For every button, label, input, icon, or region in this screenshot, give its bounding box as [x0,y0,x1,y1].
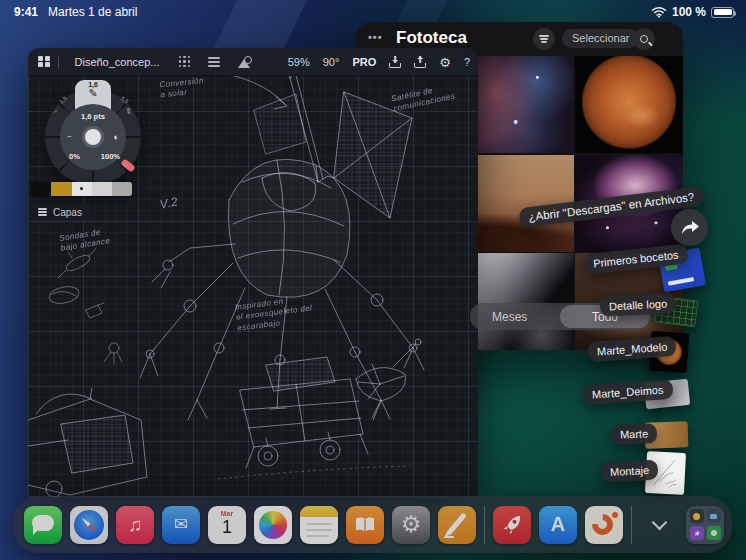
swatch-black[interactable] [31,182,51,196]
swatch-gray[interactable] [112,182,132,196]
pro-badge[interactable]: PRO [352,56,376,68]
mail-app-icon[interactable]: ✉ [162,506,200,544]
more-options-button[interactable]: ••• [368,31,383,43]
color-well[interactable] [82,126,104,148]
search-icon [640,35,648,43]
battery-icon [711,7,734,18]
export-icon[interactable] [414,56,426,68]
safari-app-icon[interactable] [70,506,108,544]
open-book-icon [353,514,377,538]
drop-forward-button[interactable] [671,209,708,246]
gallery-icon[interactable] [38,56,50,68]
status-bar-left: 9:41Martes 1 de abril [14,5,137,19]
status-time: 9:41 [14,5,38,19]
filter-lines-icon [539,34,549,44]
app-library-mini-icon [707,509,721,523]
drag-label-marte[interactable]: Marte [611,423,658,445]
fototeca-title: Fototeca [396,28,467,48]
gear-icon: ⚙ [392,506,430,544]
notes-app-icon[interactable] [300,506,338,544]
rocket-app-icon[interactable] [493,506,531,544]
pen-icon [446,512,467,535]
drag-label-montaje[interactable]: Montaje [601,460,659,483]
app-store-a-icon: A [539,506,577,544]
battery-percent: 100 % [672,5,706,19]
opacity-icon[interactable]: ◐ [114,132,119,142]
shape-guide-icon[interactable] [238,56,251,68]
opacity-min-label: 0% [69,152,80,161]
drawing-toolbar: Diseño_concep... 59% 90° PRO ⚙ ? [28,48,478,76]
photo-thumbnail-spacecraft[interactable] [466,253,574,350]
photos-flower-icon [259,511,287,539]
wifi-icon [651,6,667,18]
app-library-mini-icon [707,526,721,540]
layers-menu-icon [38,207,47,218]
tool-settings-disc[interactable]: 1,6 pts ~ ◐ 0% 100% [60,104,126,170]
dock-divider [484,506,485,544]
music-note-icon: ♫ [116,506,154,544]
opacity-max-label: 100% [101,152,120,161]
select-button[interactable]: Seleccionar [562,29,639,48]
dock-divider [631,506,632,544]
rotation-value[interactable]: 90° [323,56,340,68]
settings-gear-icon[interactable]: ⚙ [439,55,451,70]
ipad-screen: 9:41Martes 1 de abril 100 % ••• Fototeca… [0,0,746,560]
drawing-app-window: Conversión a solar V.2 Satélite de comun… [28,48,478,497]
swatch-gold[interactable] [51,182,72,196]
music-app-icon[interactable]: ♫ [116,506,154,544]
dock-apps: ♫ ✉ Mar 1 ⚙ [24,506,724,544]
status-bar-right: 100 % [651,5,734,19]
app-store-icon[interactable]: A [539,506,577,544]
layers-label: Capas [53,207,82,218]
search-button[interactable] [633,28,655,50]
forward-arrow-icon [680,220,700,236]
photo-thumbnail-nebula[interactable] [466,56,574,153]
layers-panel-button[interactable]: Capas [30,203,90,221]
app-library-mini-icon [690,509,704,523]
calendar-day: 1 [208,517,246,538]
calendar-month: Mar [208,510,246,517]
stroke-width-label: 1,6 pts [60,112,126,121]
calendar-app-icon[interactable]: Mar 1 [208,506,246,544]
grid-settings-icon[interactable] [179,56,191,68]
smoothing-icon[interactable]: ~ [67,132,72,141]
layers-icon[interactable] [208,55,220,69]
tool-wheel[interactable]: ~ ✎ 1,3 5,5 1,6 ✎ 1,6 pts ~ ◐ 0% 100% [45,89,141,185]
app-library-icon[interactable]: ★ [686,506,724,544]
chat-bubble-icon [32,515,54,531]
pencil-icon: ✎ [88,88,97,98]
swatch-white-selected[interactable] [72,182,92,196]
tab-meses[interactable]: Meses [492,310,527,324]
dock-collapse-button[interactable] [640,506,678,544]
envelope-icon: ✉ [162,506,200,544]
chevron-down-icon [651,514,667,530]
concepts-app-icon[interactable] [585,506,623,544]
help-button[interactable]: ? [464,56,470,68]
import-icon[interactable] [389,56,401,68]
status-date: Martes 1 de abril [48,5,137,19]
messages-app-icon[interactable] [24,506,62,544]
books-app-icon[interactable] [346,506,384,544]
sketch-pen-app-icon[interactable] [438,506,476,544]
document-title[interactable]: Diseño_concep... [75,56,160,68]
swatch-light-gray[interactable] [92,182,112,196]
photos-app-icon[interactable] [254,506,292,544]
color-swatch-bar[interactable] [31,182,132,196]
dock: ♫ ✉ Mar 1 ⚙ [13,496,732,553]
settings-app-icon[interactable]: ⚙ [392,506,430,544]
photo-thumbnail-mars[interactable] [575,56,683,153]
drag-label-logo[interactable]: Detalle logo [600,293,677,317]
zoom-level[interactable]: 59% [288,56,310,68]
view-options-button[interactable] [533,28,555,50]
rocket-icon [499,512,525,538]
app-library-mini-star: ★ [690,526,704,540]
